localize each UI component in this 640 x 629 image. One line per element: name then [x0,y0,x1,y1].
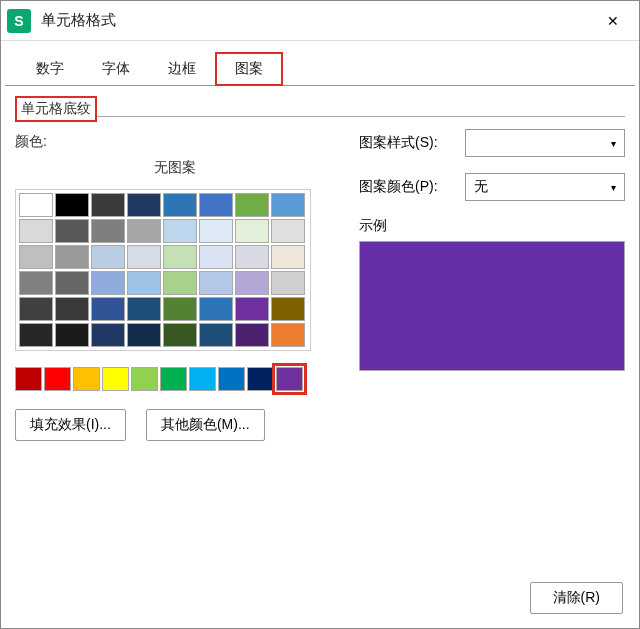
titlebar: S 单元格格式 ✕ [1,1,639,41]
color-swatch[interactable] [271,219,305,243]
pattern-style-label: 图案样式(S): [359,134,459,152]
color-swatch[interactable] [127,271,161,295]
fill-effects-button[interactable]: 填充效果(I)... [15,409,126,441]
tab-border[interactable]: 边框 [149,53,215,85]
color-swatch[interactable] [271,193,305,217]
color-swatch[interactable] [55,297,89,321]
color-swatch[interactable] [91,193,125,217]
color-swatch[interactable] [44,367,71,391]
color-swatch[interactable] [55,219,89,243]
color-swatch[interactable] [91,297,125,321]
sample-label: 示例 [359,217,625,235]
tab-pattern[interactable]: 图案 [215,52,283,86]
sample-preview [359,241,625,371]
cell-format-dialog: S 单元格格式 ✕ 数字 字体 边框 图案 单元格底纹 颜色: 无图案 填充效果… [0,0,640,629]
color-swatch[interactable] [199,219,233,243]
color-swatch[interactable] [91,245,125,269]
color-swatch[interactable] [199,323,233,347]
color-swatch[interactable] [271,271,305,295]
color-swatch[interactable] [271,323,305,347]
color-swatch[interactable] [19,219,53,243]
pattern-style-select[interactable]: ▾ [465,129,625,157]
tab-number[interactable]: 数字 [17,53,83,85]
right-column: 图案样式(S): ▾ 图案颜色(P): 无 ▾ 示例 [359,129,625,441]
color-swatch[interactable] [131,367,158,391]
color-swatch[interactable] [19,193,53,217]
color-swatch[interactable] [163,219,197,243]
color-palette-accent [15,367,311,391]
no-pattern-label: 无图案 [15,159,335,177]
color-swatch[interactable] [19,271,53,295]
color-swatch[interactable] [127,297,161,321]
color-swatch[interactable] [235,219,269,243]
pattern-color-select[interactable]: 无 ▾ [465,173,625,201]
dialog-title: 单元格格式 [41,11,593,30]
color-swatch[interactable] [199,245,233,269]
color-swatch[interactable] [19,245,53,269]
color-swatch[interactable] [235,245,269,269]
color-swatch[interactable] [127,245,161,269]
color-swatch[interactable] [199,271,233,295]
color-swatch[interactable] [55,193,89,217]
color-swatch[interactable] [199,193,233,217]
section-divider [15,116,625,117]
close-icon: ✕ [607,13,619,29]
color-swatch[interactable] [73,367,100,391]
footer: 清除(R) [1,572,639,628]
color-swatch[interactable] [163,323,197,347]
content-area: 单元格底纹 颜色: 无图案 填充效果(I)... 其他颜色(M)... 图案样式… [1,86,639,572]
color-swatch[interactable] [91,271,125,295]
color-swatch[interactable] [235,271,269,295]
color-swatch[interactable] [55,245,89,269]
more-colors-button[interactable]: 其他颜色(M)... [146,409,265,441]
close-button[interactable]: ✕ [593,6,633,36]
tab-bar: 数字 字体 边框 图案 [5,47,635,86]
color-swatch[interactable] [235,297,269,321]
color-swatch[interactable] [127,193,161,217]
color-swatch[interactable] [271,297,305,321]
color-swatch[interactable] [19,323,53,347]
pattern-color-value: 无 [474,178,488,196]
color-swatch[interactable] [218,367,245,391]
color-swatch[interactable] [247,367,274,391]
color-swatch[interactable] [127,323,161,347]
color-swatch[interactable] [55,323,89,347]
color-swatch[interactable] [163,193,197,217]
color-swatch[interactable] [91,219,125,243]
color-swatch[interactable] [160,367,187,391]
color-swatch[interactable] [163,245,197,269]
color-swatch[interactable] [163,297,197,321]
color-swatch[interactable] [276,367,303,391]
color-swatch[interactable] [91,323,125,347]
tab-font[interactable]: 字体 [83,53,149,85]
pattern-color-label: 图案颜色(P): [359,178,459,196]
color-swatch[interactable] [199,297,233,321]
color-label: 颜色: [15,133,335,151]
color-swatch[interactable] [235,323,269,347]
section-shading-label: 单元格底纹 [15,96,97,122]
color-swatch[interactable] [235,193,269,217]
color-swatch[interactable] [127,219,161,243]
color-swatch[interactable] [271,245,305,269]
clear-button[interactable]: 清除(R) [530,582,623,614]
color-swatch[interactable] [15,367,42,391]
app-icon: S [7,9,31,33]
color-swatch[interactable] [19,297,53,321]
chevron-down-icon: ▾ [611,138,616,149]
color-swatch[interactable] [189,367,216,391]
color-swatch[interactable] [102,367,129,391]
left-column: 颜色: 无图案 填充效果(I)... 其他颜色(M)... [15,129,335,441]
color-swatch[interactable] [163,271,197,295]
color-palette-main [15,189,311,351]
chevron-down-icon: ▾ [611,182,616,193]
color-swatch[interactable] [55,271,89,295]
